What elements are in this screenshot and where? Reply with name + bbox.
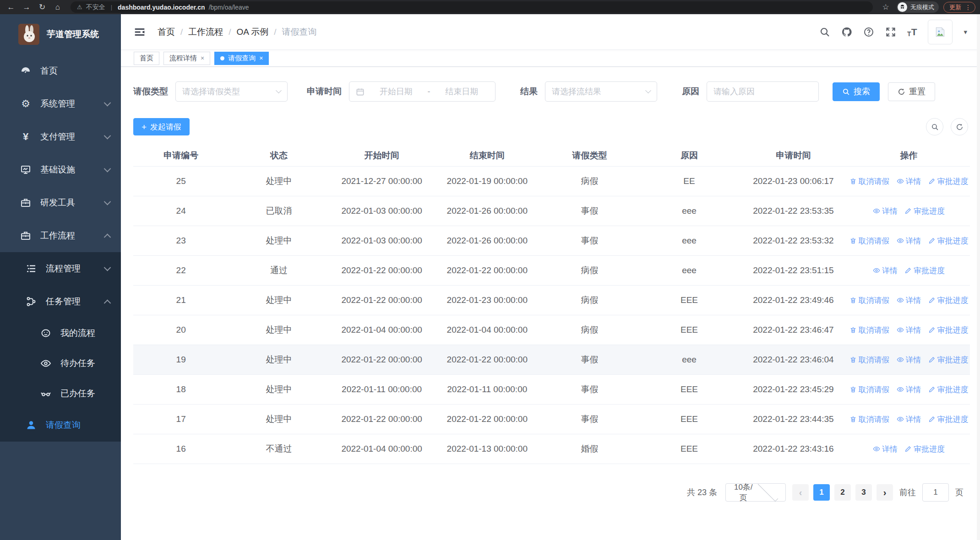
refresh-table-button[interactable] [951, 118, 968, 135]
page-size-select[interactable]: 10条/页 [725, 483, 786, 502]
end-date-input[interactable]: 结束日期 [435, 86, 489, 97]
cancel-leave-link[interactable]: 取消请假 [849, 384, 890, 395]
sidebar-item-payment[interactable]: ¥ 支付管理 [0, 120, 121, 153]
edit-icon [904, 207, 912, 215]
header-search-icon[interactable] [819, 27, 830, 38]
detail-link[interactable]: 详情 [897, 355, 921, 365]
active-dot [220, 56, 224, 60]
breadcrumb-home[interactable]: 首页 [158, 26, 175, 38]
close-icon[interactable]: × [201, 54, 204, 62]
cancel-leave-link[interactable]: 取消请假 [849, 176, 890, 187]
page-number-button[interactable]: 1 [813, 484, 830, 501]
caret-down-icon[interactable]: ▾ [964, 28, 967, 36]
github-icon[interactable] [841, 27, 852, 38]
approval-progress-link[interactable]: 审批进度 [928, 355, 969, 365]
page-number-button[interactable]: 2 [834, 484, 851, 501]
sidebar-item-workflow[interactable]: 工作流程 [0, 219, 121, 252]
sidebar-item-infrastructure[interactable]: 基础设施 [0, 153, 121, 186]
app-logo-row[interactable]: 芋道管理系统 [0, 14, 121, 54]
sidebar-item-todo-tasks[interactable]: 待办任务 [0, 348, 121, 378]
home-icon[interactable]: ⌂ [51, 3, 64, 11]
edit-icon [928, 326, 936, 334]
chevron-down-icon [276, 87, 282, 93]
start-date-input[interactable]: 开始日期 [369, 86, 423, 97]
approval-progress-link[interactable]: 审批进度 [928, 295, 969, 306]
reload-icon[interactable]: ↻ [36, 3, 49, 11]
yen-icon: ¥ [20, 131, 31, 142]
sidebar-item-label: 流程管理 [46, 263, 81, 275]
apply-time-range-picker[interactable]: 开始日期 - 结束日期 [349, 81, 495, 102]
search-button[interactable]: 搜索 [833, 82, 880, 101]
approval-progress-link[interactable]: 审批进度 [928, 384, 969, 395]
goto-page-input[interactable] [922, 483, 949, 502]
sidebar-item-task-management[interactable]: 任务管理 [0, 285, 121, 318]
sidebar-collapse-icon[interactable] [134, 26, 146, 38]
approval-progress-link[interactable]: 审批进度 [904, 206, 945, 216]
detail-link[interactable]: 详情 [873, 206, 898, 216]
scrollbar[interactable] [977, 14, 980, 540]
font-size-icon[interactable]: TT [907, 27, 917, 38]
approval-progress-link[interactable]: 审批进度 [904, 265, 945, 276]
leave-type-label: 请假类型 [133, 86, 168, 97]
sidebar-item-label: 研发工具 [40, 197, 75, 209]
bookmark-star-icon[interactable]: ☆ [879, 3, 892, 11]
help-icon[interactable] [863, 27, 874, 38]
app-title: 芋道管理系统 [47, 28, 99, 40]
page-number-button[interactable]: 3 [855, 484, 872, 501]
sidebar-item-done-tasks[interactable]: 已办任务 [0, 378, 121, 409]
avatar[interactable] [928, 20, 953, 44]
detail-link[interactable]: 详情 [897, 236, 921, 246]
address-bar[interactable]: ⚠ 不安全 | dashboard.yudao.iocoder.cn/bpm/o… [71, 1, 873, 13]
sidebar-item-leave-query[interactable]: 请假查询 [0, 409, 121, 442]
next-page-button[interactable]: › [877, 484, 893, 501]
view-icon [873, 267, 880, 274]
prev-page-button[interactable]: ‹ [792, 484, 809, 501]
close-icon[interactable]: × [259, 54, 263, 62]
cancel-leave-link[interactable]: 取消请假 [849, 355, 890, 365]
detail-link[interactable]: 详情 [897, 325, 921, 335]
sidebar-item-my-processes[interactable]: 我的流程 [0, 318, 121, 348]
reason-input[interactable] [707, 81, 819, 102]
toggle-search-button[interactable] [926, 118, 943, 135]
approval-progress-link[interactable]: 审批进度 [928, 414, 969, 425]
cancel-leave-link[interactable]: 取消请假 [849, 236, 890, 246]
forward-icon[interactable]: → [20, 3, 33, 11]
cancel-leave-link[interactable]: 取消请假 [849, 325, 890, 335]
browser-menu-icon[interactable]: ⋮ [965, 4, 971, 11]
sidebar-item-system[interactable]: ⚙ 系统管理 [0, 87, 121, 120]
back-icon[interactable]: ← [5, 3, 17, 11]
cancel-leave-link[interactable]: 取消请假 [849, 414, 890, 425]
reset-button[interactable]: 重置 [888, 82, 935, 101]
status-text: 通过 [229, 265, 329, 276]
result-select[interactable]: 请选择流结果 [545, 81, 657, 102]
tab-home[interactable]: 首页 [134, 52, 159, 65]
breadcrumb-workflow[interactable]: 工作流程 [188, 26, 223, 38]
approval-progress-link[interactable]: 审批进度 [928, 236, 969, 246]
edit-icon [928, 416, 936, 423]
detail-link[interactable]: 详情 [897, 384, 921, 395]
sidebar-item-home[interactable]: 首页 [0, 54, 121, 87]
detail-link[interactable]: 详情 [897, 414, 921, 425]
approval-progress-link[interactable]: 审批进度 [904, 444, 945, 454]
fullscreen-icon[interactable] [885, 27, 896, 38]
approval-progress-link[interactable]: 审批进度 [928, 325, 969, 335]
detail-link[interactable]: 详情 [873, 444, 898, 454]
update-button[interactable]: 更新 ⋮ [943, 2, 975, 13]
sidebar: 芋道管理系统 首页 ⚙ 系统管理 ¥ 支付管理 基础设施 [0, 14, 121, 540]
create-leave-button[interactable]: + 发起请假 [133, 118, 190, 135]
detail-link[interactable]: 详情 [897, 295, 921, 306]
leave-type-select[interactable]: 请选择请假类型 [175, 81, 288, 102]
approval-progress-link[interactable]: 审批进度 [928, 176, 969, 187]
cancel-leave-link[interactable]: 取消请假 [849, 295, 890, 306]
sidebar-item-process-management[interactable]: 流程管理 [0, 252, 121, 285]
detail-link[interactable]: 详情 [873, 265, 898, 276]
sidebar-item-dev-tools[interactable]: 研发工具 [0, 186, 121, 219]
incognito-badge: 无痕模式 [897, 1, 939, 13]
tab-process-detail[interactable]: 流程详情 × [163, 52, 210, 65]
breadcrumb-oa-example[interactable]: OA 示例 [237, 26, 269, 38]
edit-icon [904, 445, 912, 453]
detail-link[interactable]: 详情 [897, 176, 921, 187]
chevron-up-icon [104, 299, 111, 307]
tab-leave-query[interactable]: 请假查询 × [214, 52, 269, 65]
flow-branch-icon [26, 296, 37, 307]
